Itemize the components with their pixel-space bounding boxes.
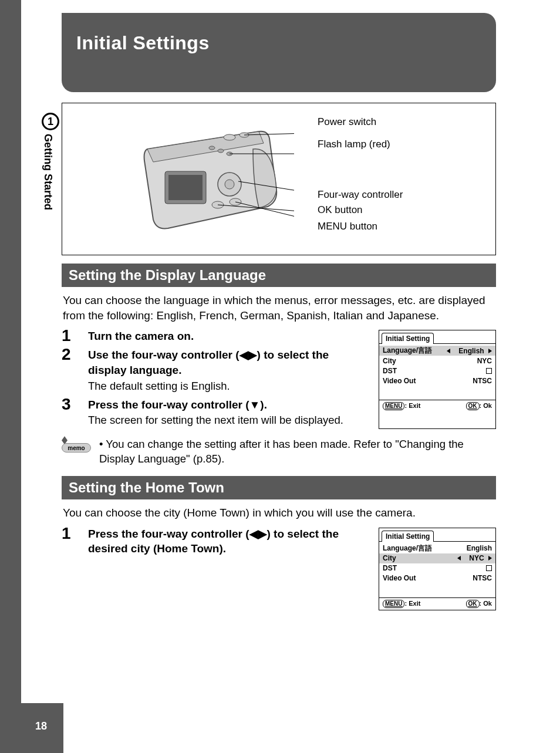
callout-power-switch: Power switch bbox=[318, 116, 376, 128]
lcd-label: DST bbox=[383, 367, 397, 375]
lcd-row-dst: DST bbox=[383, 563, 492, 573]
step-number: 1 bbox=[62, 326, 88, 344]
callout-flash-lamp: Flash lamp (red) bbox=[318, 139, 390, 150]
chapter-tab-label: Getting Started bbox=[42, 134, 54, 210]
step-title: Use the four-way controller (◀▶) to sele… bbox=[88, 347, 370, 377]
camera-diagram: Power switch Flash lamp (red) Four-way c… bbox=[62, 103, 496, 255]
triangle-left-icon bbox=[447, 349, 450, 353]
menu-keycap-icon: MENU bbox=[383, 402, 404, 410]
page-gutter bbox=[0, 0, 21, 753]
step-title: Turn the camera on. bbox=[88, 329, 370, 344]
callout-ok-button: OK button bbox=[318, 204, 363, 216]
callout-four-way-controller: Four-way controller bbox=[318, 189, 403, 201]
svg-point-8 bbox=[209, 146, 215, 150]
checkbox-icon bbox=[486, 565, 492, 571]
lcd-footer-label: : Exit bbox=[404, 600, 420, 607]
lcd-row-dst: DST bbox=[383, 366, 492, 376]
ok-keycap-icon: OK bbox=[466, 600, 480, 608]
lcd-tab: Initial Setting bbox=[382, 531, 434, 542]
section1-intro: You can choose the language in which the… bbox=[62, 293, 496, 323]
step-title: Press the four-way controller (◀▶) to se… bbox=[88, 526, 370, 556]
page-title-box: Initial Settings bbox=[62, 13, 496, 92]
lcd-value: English bbox=[458, 347, 484, 355]
page-title: Initial Settings bbox=[76, 32, 210, 54]
step-number: 3 bbox=[62, 395, 88, 428]
triangle-left-icon bbox=[457, 556, 461, 560]
camera-illustration bbox=[136, 114, 294, 237]
lcd-value: NTSC bbox=[473, 574, 492, 582]
memo-text: • You can change the setting after it ha… bbox=[99, 437, 496, 467]
page-number: 18 bbox=[35, 720, 49, 732]
step-2: 2 Use the four-way controller (◀▶) to se… bbox=[62, 345, 370, 393]
checkbox-icon bbox=[486, 368, 492, 374]
lcd-value: NYC bbox=[477, 357, 492, 365]
step-number: 1 bbox=[62, 524, 88, 556]
step-number: 2 bbox=[62, 345, 88, 393]
lcd-row-city: City NYC bbox=[379, 553, 495, 563]
lcd-label: Video Out bbox=[383, 377, 416, 385]
lcd-label: City bbox=[383, 357, 396, 365]
lcd-label: DST bbox=[383, 564, 397, 572]
svg-point-6 bbox=[224, 134, 235, 140]
svg-point-9 bbox=[218, 149, 224, 153]
section-heading-home-town: Setting the Home Town bbox=[62, 476, 496, 499]
lcd-screenshot-city: Initial Setting Language/言語 English City… bbox=[379, 528, 496, 610]
svg-point-3 bbox=[225, 180, 234, 189]
memo-block: memo • You can change the setting after … bbox=[62, 437, 496, 467]
svg-rect-1 bbox=[168, 175, 203, 200]
lcd-value: NTSC bbox=[473, 377, 492, 385]
lcd-value: English bbox=[467, 544, 492, 552]
lcd-row-language: Language/言語 English bbox=[383, 543, 492, 553]
step-subtext: The default setting is English. bbox=[88, 379, 370, 394]
memo-text-content: You can change the setting after it has … bbox=[99, 438, 464, 465]
triangle-right-icon bbox=[488, 556, 492, 560]
callout-menu-button: MENU button bbox=[318, 221, 377, 232]
memo-icon-label: memo bbox=[62, 443, 91, 453]
step-3: 3 Press the four-way controller (▼). The… bbox=[62, 395, 370, 428]
lcd-label: Language/言語 bbox=[383, 346, 432, 356]
lcd-row-language: Language/言語 English bbox=[379, 346, 495, 356]
step-title: Press the four-way controller (▼). bbox=[88, 397, 370, 413]
lcd-row-city: City NYC bbox=[383, 356, 492, 366]
lcd-label: City bbox=[383, 554, 396, 562]
lcd-footer: MENU: Exit OK: Ok bbox=[379, 597, 495, 610]
lcd-row-video: Video Out NTSC bbox=[383, 376, 492, 386]
lcd-label: Language/言語 bbox=[383, 543, 432, 553]
lcd-footer-label: : Ok bbox=[480, 600, 492, 607]
lcd-footer: MENU: Exit OK: Ok bbox=[379, 400, 495, 412]
ok-keycap-icon: OK bbox=[466, 402, 480, 410]
lcd-footer-label: : Exit bbox=[404, 402, 420, 409]
lcd-tab: Initial Setting bbox=[382, 333, 434, 344]
step-subtext: The screen for setting the next item wil… bbox=[88, 413, 370, 428]
menu-keycap-icon: MENU bbox=[383, 600, 404, 608]
memo-icon: memo bbox=[62, 437, 91, 458]
step-1: 1 Turn the camera on. bbox=[62, 326, 370, 344]
triangle-right-icon bbox=[488, 349, 492, 353]
lcd-row-video: Video Out NTSC bbox=[383, 573, 492, 583]
lcd-label: Video Out bbox=[383, 574, 416, 582]
section-heading-display-language: Setting the Display Language bbox=[62, 264, 496, 287]
chapter-number: 1 bbox=[48, 116, 53, 128]
lcd-screenshot-language: Initial Setting Language/言語 English City… bbox=[379, 330, 496, 429]
lcd-value: NYC bbox=[469, 554, 484, 562]
lcd-footer-label: : Ok bbox=[480, 402, 492, 409]
section2-intro: You can choose the city (Home Town) in w… bbox=[62, 505, 496, 521]
section2-step-1: 1 Press the four-way controller (◀▶) to … bbox=[62, 524, 370, 556]
chapter-number-circle: 1 bbox=[42, 113, 59, 130]
